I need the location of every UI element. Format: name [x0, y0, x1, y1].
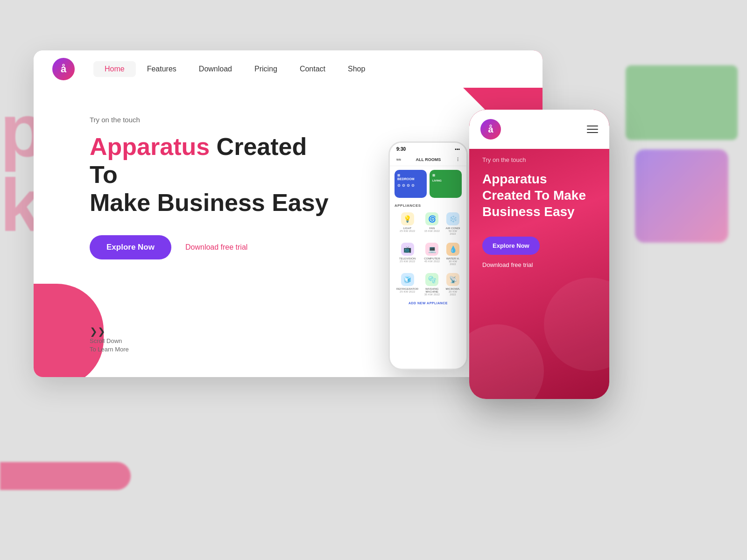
mobile-trial-button[interactable]: Download free trial	[482, 261, 533, 268]
nav-links: Home Features Download Pricing Contact S…	[93, 61, 376, 77]
appliances-grid: 💡 LIGHT 25 KW 2022 🌀 FAN 15 KW 2022 ❄️ A…	[390, 210, 466, 299]
mobile-curve2	[544, 278, 609, 371]
room-card-icon: ⊞	[397, 174, 424, 177]
bg-right-card	[626, 65, 738, 140]
hamburger-icon[interactable]	[587, 126, 598, 133]
nav-shop[interactable]: Shop	[337, 61, 376, 77]
phone-room-cards: ⊞ BEDROOM ⊙⊙⊙⊙ ⊞ LIVING	[390, 166, 466, 202]
phone-mockup: 9:30 ▪▪▪ ≈≈ ALL ROOMS ⋮ ⊞ BEDROOM ⊙⊙⊙⊙ ⊞…	[388, 141, 468, 370]
phone-rooms-title: ALL ROOMS	[416, 157, 441, 162]
mobile-hero-buttons: Explore Now Download free trial	[482, 237, 596, 268]
phone-time: 9:30	[396, 147, 406, 152]
nav-home[interactable]: Home	[93, 61, 136, 77]
washer-icon: 🫧	[425, 273, 438, 286]
logo-letter: å	[61, 63, 66, 75]
mobile-hero-tagline: Try on the touch	[482, 156, 596, 163]
mobile-navbar: å	[469, 110, 609, 147]
phone-header: ≈≈ ALL ROOMS ⋮	[390, 155, 466, 166]
mobile-curve1	[469, 324, 544, 399]
chevron-down-icon: ❯❯	[90, 326, 129, 337]
hero-title-accent: Apparatus	[90, 133, 210, 160]
room-card-other: ⊞ LIVING	[430, 170, 462, 198]
ac-icon: ❄️	[446, 212, 459, 225]
appliance-microwave: 📡 MICROWA. 20 KW 2022	[444, 270, 462, 299]
add-appliance-button[interactable]: ADD NEW APPLIANCE	[390, 299, 466, 308]
mobile-explore-now-button[interactable]: Explore Now	[482, 237, 540, 255]
phone-icons: ▪▪▪	[455, 147, 460, 152]
mobile-logo[interactable]: å	[480, 119, 501, 140]
hero-tagline: Try on the touch	[90, 116, 514, 124]
room-card-label: BEDROOM	[397, 177, 424, 181]
appliances-section-label: APPLIANCES	[390, 202, 466, 210]
fan-icon: 🌀	[425, 212, 438, 225]
appliance-computer: 💻 COMPUTER 45 KW 2022	[422, 240, 442, 268]
nav-features[interactable]: Features	[136, 61, 188, 77]
room-card-other-icon: ⊞	[432, 174, 459, 177]
mobile-logo-letter: å	[488, 124, 493, 135]
mobile-phone: å Try on the touch Apparatus Created To …	[469, 110, 609, 399]
appliance-washer: 🫧 WASHING MACHINE 35 KW 2022	[422, 270, 442, 299]
mobile-hero-title: Apparatus Created To Make Business Easy	[482, 171, 596, 220]
explore-now-button[interactable]: Explore Now	[90, 235, 171, 259]
light-icon: 💡	[401, 212, 414, 225]
laptop-card: å Home Features Download Pricing Contact…	[34, 50, 543, 377]
nav-pricing[interactable]: Pricing	[243, 61, 289, 77]
water-icon: 💧	[446, 243, 459, 256]
scroll-down: ❯❯ Scroll Down To Learn More	[90, 324, 129, 354]
nav-download[interactable]: Download	[188, 61, 243, 77]
tv-icon: 📺	[401, 243, 414, 256]
bg-bottom-bar	[0, 462, 131, 490]
scroll-down-label: Scroll Down To Learn More	[90, 337, 129, 354]
bg-right-shape	[635, 149, 728, 243]
bg-right-elements	[616, 37, 747, 317]
room-card-bedroom: ⊞ BEDROOM ⊙⊙⊙⊙	[395, 170, 427, 198]
hero-title: Apparatus Created To Make Business Easy	[90, 133, 332, 217]
fridge-icon: 🧊	[401, 273, 414, 286]
phone-header-icon: ≈≈	[396, 157, 401, 162]
nav-contact[interactable]: Contact	[289, 61, 337, 77]
mobile-top-bar: å	[469, 110, 609, 149]
appliance-fan: 🌀 FAN 15 KW 2022	[422, 210, 442, 238]
appliance-fridge: 🧊 REFRIGERATOR 25 KW 2022	[395, 270, 420, 299]
appliance-light: 💡 LIGHT 25 KW 2022	[395, 210, 420, 238]
appliance-tv: 📺 TELEVISION 25 KW 2022	[395, 240, 420, 268]
computer-icon: 💻	[425, 243, 438, 256]
navbar: å Home Features Download Pricing Contact…	[34, 50, 543, 88]
appliance-ac: ❄️ AIR CONDI 50 KW 2022	[444, 210, 462, 238]
logo[interactable]: å	[52, 58, 75, 80]
download-trial-button[interactable]: Download free trial	[185, 243, 247, 252]
microwave-icon: 📡	[446, 273, 459, 286]
appliance-water: 💧 WATER H. 30 KW 2022	[444, 240, 462, 268]
phone-status-bar: 9:30 ▪▪▪	[390, 143, 466, 155]
